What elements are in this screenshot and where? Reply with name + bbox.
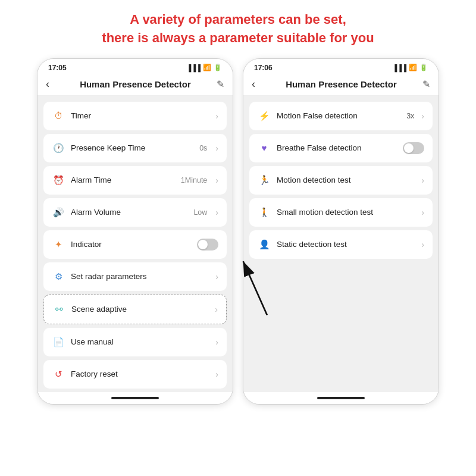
- status-bar-left: 17:05 ▐▐▐ 📶 🔋: [37, 59, 233, 74]
- menu-icon-right-4: 👤: [258, 238, 271, 251]
- menu-item-left-2[interactable]: ⏰Alarm Time1Minute›: [43, 166, 227, 195]
- menu-arrow-left-8: ›: [215, 369, 218, 379]
- menu-label-right-2: Motion detection test: [277, 176, 415, 184]
- menu-item-right-4[interactable]: 👤Static detection test›: [249, 230, 433, 259]
- wifi-icon: 📶: [203, 64, 211, 71]
- menu-icon-left-3: 🔊: [52, 206, 65, 219]
- menu-item-left-1[interactable]: 🕐Presence Keep Time0s›: [43, 134, 227, 162]
- menu-value-left-1: 0s: [199, 144, 207, 152]
- menu-item-left-6[interactable]: ⚯Scene adaptive›: [43, 295, 227, 324]
- menu-label-right-4: Static detection test: [277, 240, 415, 249]
- menu-item-right-1[interactable]: ♥Breathe False detection: [249, 134, 433, 162]
- menu-value-right-0: 3x: [406, 112, 414, 120]
- menu-item-left-7[interactable]: 📄Use manual›: [43, 328, 227, 356]
- menu-item-right-3[interactable]: 🚶Small motion detection test›: [249, 198, 433, 227]
- nav-title-left: Human Presence Detector: [54, 79, 217, 89]
- menu-label-right-3: Small motion detection test: [277, 208, 415, 217]
- menu-arrow-left-5: ›: [215, 272, 218, 281]
- signal-icon-r: ▐▐▐: [393, 64, 406, 71]
- home-bar-right: [317, 397, 365, 399]
- headline-line1: A variety of parameters can be set,: [130, 12, 346, 27]
- status-bar-right: 17:06 ▐▐▐ 📶 🔋: [243, 59, 439, 74]
- back-button-right[interactable]: ‹: [252, 78, 255, 90]
- menu-arrow-right-2: ›: [421, 176, 424, 185]
- phones-container: 17:05 ▐▐▐ 📶 🔋 ‹ Human Presence Detector …: [12, 58, 464, 405]
- toggle-right-1[interactable]: [403, 142, 424, 154]
- time-left: 17:05: [48, 64, 67, 72]
- menu-item-right-2[interactable]: 🏃Motion detection test›: [249, 166, 433, 195]
- edit-icon-right[interactable]: ✎: [422, 79, 430, 90]
- menu-arrow-left-0: ›: [215, 111, 218, 121]
- menu-item-left-5[interactable]: ⚙Set radar parameters›: [43, 262, 227, 291]
- menu-label-right-1: Breathe False detection: [277, 143, 397, 152]
- menu-icon-left-4: ✦: [52, 238, 65, 251]
- menu-arrow-left-7: ›: [215, 337, 218, 347]
- menu-list-right: ⚡Motion False detection3x›♥Breathe False…: [243, 96, 439, 392]
- nav-right: ‹ Human Presence Detector ✎: [243, 74, 439, 96]
- menu-label-left-6: Scene adaptive: [71, 305, 209, 314]
- menu-arrow-left-3: ›: [215, 208, 218, 217]
- menu-value-left-2: 1Minute: [181, 176, 207, 184]
- menu-icon-left-8: ↺: [52, 368, 65, 381]
- menu-label-left-4: Indicator: [71, 240, 191, 249]
- menu-arrow-right-4: ›: [421, 240, 424, 249]
- nav-title-right: Human Presence Detector: [260, 79, 422, 89]
- menu-item-left-0[interactable]: ⏱Timer›: [43, 102, 227, 130]
- menu-label-left-1: Presence Keep Time: [71, 143, 193, 152]
- back-button-left[interactable]: ‹: [46, 78, 49, 90]
- toggle-left-4[interactable]: [197, 239, 218, 250]
- menu-arrow-right-0: ›: [421, 111, 424, 121]
- menu-label-left-0: Timer: [71, 111, 209, 120]
- menu-icon-left-0: ⏱: [52, 109, 65, 123]
- menu-icon-left-7: 📄: [52, 336, 65, 349]
- time-right: 17:06: [254, 64, 273, 72]
- menu-item-right-0[interactable]: ⚡Motion False detection3x›: [249, 102, 433, 130]
- menu-icon-left-6: ⚯: [52, 303, 65, 316]
- menu-label-left-3: Alarm Volume: [71, 208, 187, 217]
- battery-icon: 🔋: [214, 64, 222, 71]
- menu-icon-right-2: 🏃: [258, 174, 271, 187]
- menu-icon-right-3: 🚶: [258, 206, 271, 219]
- headline: A variety of parameters can be set, ther…: [102, 11, 374, 48]
- signal-icon: ▐▐▐: [187, 64, 201, 71]
- menu-icon-right-0: ⚡: [258, 109, 271, 123]
- menu-icon-left-2: ⏰: [52, 174, 65, 187]
- home-indicator-left: [37, 392, 233, 404]
- phone-right: 17:06 ▐▐▐ 📶 🔋 ‹ Human Presence Detector …: [243, 58, 439, 405]
- menu-label-left-7: Use manual: [71, 337, 209, 346]
- battery-icon-r: 🔋: [419, 64, 428, 71]
- headline-line2: there is always a parameter suitable for…: [102, 30, 374, 45]
- menu-arrow-left-2: ›: [215, 176, 218, 185]
- menu-item-left-8[interactable]: ↺Factory reset›: [43, 360, 227, 389]
- menu-icon-left-1: 🕐: [52, 142, 65, 155]
- menu-arrow-left-6: ›: [215, 305, 218, 314]
- menu-icon-left-5: ⚙: [52, 270, 65, 283]
- nav-left: ‹ Human Presence Detector ✎: [37, 74, 233, 96]
- edit-icon-left[interactable]: ✎: [217, 79, 224, 90]
- home-indicator-right: [243, 392, 439, 404]
- menu-item-left-3[interactable]: 🔊Alarm VolumeLow›: [43, 198, 227, 227]
- menu-item-left-4[interactable]: ✦Indicator: [43, 230, 227, 259]
- menu-icon-right-1: ♥: [258, 142, 271, 155]
- menu-list-left: ⏱Timer›🕐Presence Keep Time0s›⏰Alarm Time…: [37, 96, 233, 392]
- wifi-icon-r: 📶: [409, 64, 417, 71]
- home-bar-left: [111, 397, 159, 399]
- menu-label-right-0: Motion False detection: [277, 111, 400, 120]
- status-icons-right: ▐▐▐ 📶 🔋: [393, 64, 428, 71]
- menu-label-left-5: Set radar parameters: [71, 272, 209, 281]
- menu-value-left-3: Low: [193, 208, 207, 217]
- status-icons-left: ▐▐▐ 📶 🔋: [187, 64, 222, 71]
- menu-label-left-8: Factory reset: [71, 369, 209, 378]
- menu-arrow-right-3: ›: [421, 208, 424, 217]
- phone-left: 17:05 ▐▐▐ 📶 🔋 ‹ Human Presence Detector …: [37, 58, 233, 405]
- menu-arrow-left-1: ›: [215, 143, 218, 153]
- menu-label-left-2: Alarm Time: [71, 176, 175, 184]
- page: A variety of parameters can be set, ther…: [0, 0, 476, 476]
